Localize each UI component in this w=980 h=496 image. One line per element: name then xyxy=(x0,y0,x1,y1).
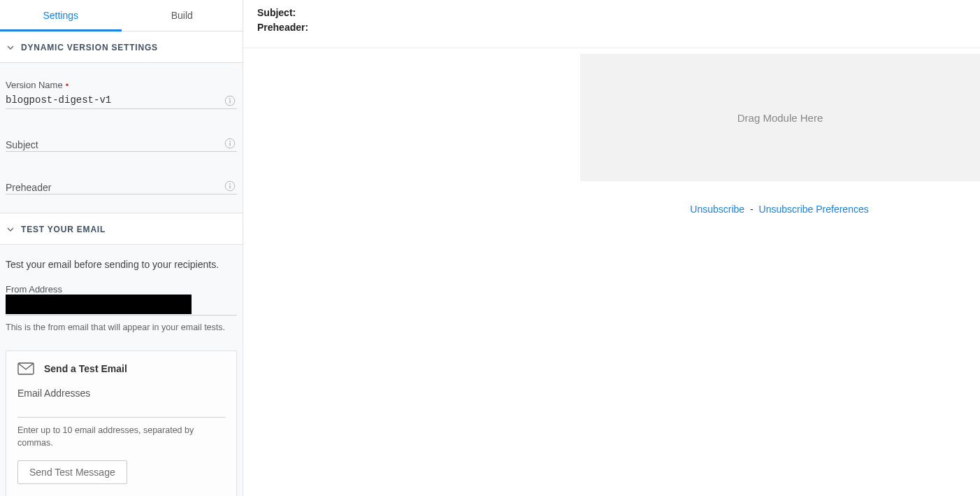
label-version-name-text: Version Name xyxy=(6,80,63,90)
unsubscribe-link[interactable]: Unsubscribe xyxy=(690,204,744,215)
section-title-test: TEST YOUR EMAIL xyxy=(21,225,106,234)
preview-body: Drag Module Here Unsubscribe - Unsubscri… xyxy=(243,48,980,496)
input-version-name[interactable] xyxy=(6,92,237,109)
svg-point-4 xyxy=(229,141,231,142)
module-dropzone[interactable]: Drag Module Here xyxy=(580,54,980,181)
label-version-name: Version Name• xyxy=(6,80,237,90)
section-header-dynamic[interactable]: DYNAMIC VERSION SETTINGS xyxy=(0,31,243,63)
send-test-header: Send a Test Email xyxy=(17,362,225,375)
preview-preheader-label: Preheader: xyxy=(257,20,308,35)
sidebar-tabs: Settings Build xyxy=(0,0,243,31)
info-icon[interactable] xyxy=(224,95,236,106)
input-from-address-wrap xyxy=(6,296,237,316)
input-preheader[interactable] xyxy=(6,176,237,194)
info-icon[interactable] xyxy=(224,138,236,149)
from-address-block: From Address This is the from email that… xyxy=(0,284,243,335)
field-preheader: Preheader xyxy=(6,173,237,196)
svg-rect-8 xyxy=(229,185,230,189)
label-email-addresses: Email Addresses xyxy=(17,388,225,399)
section-title-dynamic: DYNAMIC VERSION SETTINGS xyxy=(21,43,158,52)
redacted-value xyxy=(6,295,192,314)
dynamic-form: Version Name• Subject Preheader xyxy=(0,63,243,213)
test-description-block: Test your email before sending to your r… xyxy=(0,245,243,284)
field-subject: Subject xyxy=(6,130,237,153)
preview-preheader-row: Preheader: xyxy=(257,20,966,35)
email-preview: Subject: Preheader: Drag Module Here Uns… xyxy=(243,0,980,496)
send-test-button[interactable]: Send Test Message xyxy=(17,460,127,484)
section-header-test[interactable]: TEST YOUR EMAIL xyxy=(0,213,243,245)
tab-settings[interactable]: Settings xyxy=(0,0,122,31)
unsubscribe-row: Unsubscribe - Unsubscribe Preferences xyxy=(243,204,980,215)
svg-point-7 xyxy=(229,183,231,185)
preview-subject-row: Subject: xyxy=(257,6,966,20)
preview-subject-label: Subject: xyxy=(257,6,296,20)
svg-rect-5 xyxy=(229,143,230,146)
dropzone-text: Drag Module Here xyxy=(737,112,823,124)
tab-build[interactable]: Build xyxy=(122,0,243,31)
app-root: Settings Build DYNAMIC VERSION SETTINGS … xyxy=(0,0,980,496)
required-indicator: • xyxy=(66,80,69,90)
info-icon[interactable] xyxy=(224,180,236,192)
from-address-hint: This is the from email that will appear … xyxy=(6,323,237,332)
email-addresses-hint: Enter up to 10 email addresses, separate… xyxy=(17,425,225,449)
mail-icon xyxy=(17,362,34,375)
unsubscribe-preferences-link[interactable]: Unsubscribe Preferences xyxy=(759,204,869,215)
preview-header: Subject: Preheader: xyxy=(243,0,980,48)
chevron-down-icon xyxy=(7,226,14,233)
input-subject[interactable] xyxy=(6,133,237,152)
send-test-title: Send a Test Email xyxy=(44,363,127,374)
chevron-down-icon xyxy=(7,44,14,51)
settings-sidebar: Settings Build DYNAMIC VERSION SETTINGS … xyxy=(0,0,243,496)
svg-rect-2 xyxy=(229,100,230,104)
test-description: Test your email before sending to your r… xyxy=(6,259,237,270)
input-email-addresses[interactable] xyxy=(17,400,225,418)
svg-point-1 xyxy=(229,98,231,99)
unsubscribe-separator: - xyxy=(750,204,754,215)
label-from-address: From Address xyxy=(6,284,237,295)
field-version-name: Version Name• xyxy=(6,77,237,111)
send-test-card: Send a Test Email Email Addresses Enter … xyxy=(6,350,237,496)
